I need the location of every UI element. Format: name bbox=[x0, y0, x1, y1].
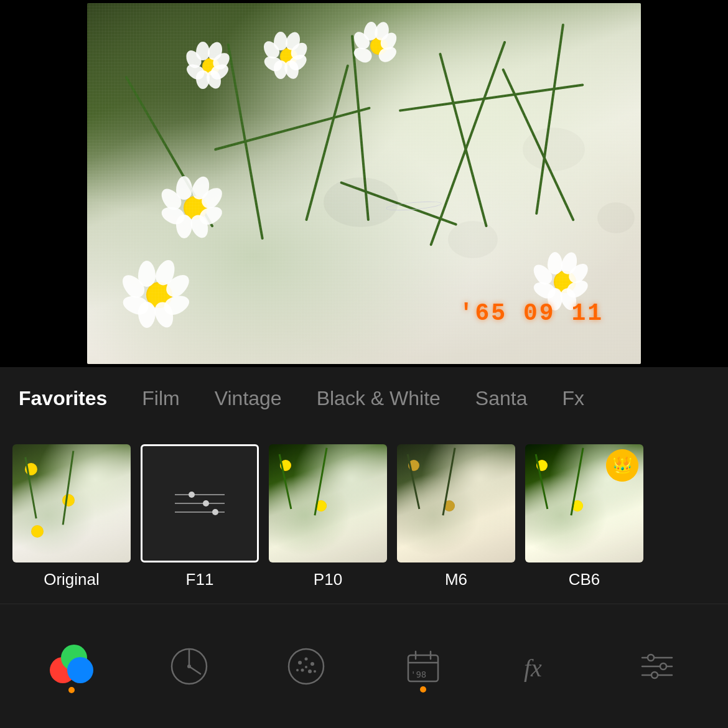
category-tabs: Favorites Film Vintage Black & White San… bbox=[0, 367, 728, 429]
color-icon bbox=[50, 645, 93, 688]
svg-point-1 bbox=[187, 665, 191, 668]
preset-m6-label: M6 bbox=[445, 570, 467, 589]
slider-line-2 bbox=[175, 503, 225, 504]
svg-point-3 bbox=[298, 661, 302, 665]
tab-film[interactable]: Film bbox=[124, 381, 197, 416]
svg-point-5 bbox=[310, 662, 314, 666]
tab-vintage[interactable]: Vintage bbox=[197, 381, 299, 416]
slider-line-1 bbox=[175, 494, 225, 495]
preset-thumb-p10 bbox=[269, 444, 387, 562]
preset-original-label: Original bbox=[44, 570, 100, 589]
photo-timestamp: '65 09 11 bbox=[459, 300, 604, 327]
preset-original[interactable]: Original bbox=[12, 444, 131, 589]
hsl-icon bbox=[168, 645, 210, 688]
tab-black-white[interactable]: Black & White bbox=[299, 381, 458, 416]
presets-section: Original F11 bbox=[0, 429, 728, 604]
svg-point-4 bbox=[305, 657, 308, 660]
preset-cb6-label: CB6 bbox=[569, 570, 600, 589]
preset-m6[interactable]: M6 bbox=[397, 444, 515, 589]
svg-point-7 bbox=[308, 670, 312, 673]
tab-fx[interactable]: Fx bbox=[544, 381, 602, 416]
photo-container: '65 09 11 bbox=[87, 3, 641, 364]
sliders-icon bbox=[162, 482, 237, 525]
tool-fx[interactable]: fx bbox=[506, 639, 574, 694]
preset-thumb-f11 bbox=[141, 444, 259, 562]
preset-f11-label: F11 bbox=[186, 570, 214, 589]
color-tool-dot bbox=[68, 687, 75, 693]
bottom-toolbar: '98 fx bbox=[0, 604, 728, 728]
preset-cb6[interactable]: 👑 CB6 bbox=[525, 444, 643, 589]
grain-icon bbox=[285, 645, 327, 688]
svg-point-21 bbox=[660, 663, 666, 670]
svg-point-20 bbox=[648, 655, 654, 661]
tab-santa[interactable]: Santa bbox=[458, 381, 545, 416]
blue-circle bbox=[67, 657, 93, 683]
svg-point-8 bbox=[305, 666, 307, 668]
tool-hsl[interactable] bbox=[156, 639, 223, 694]
slider-line-3 bbox=[175, 511, 225, 513]
adjustments-icon bbox=[636, 645, 678, 688]
crown-icon: 👑 bbox=[612, 455, 632, 475]
svg-point-10 bbox=[314, 670, 316, 673]
tool-date[interactable]: '98 bbox=[390, 639, 457, 694]
svg-point-9 bbox=[296, 669, 299, 671]
photo-area: '65 09 11 bbox=[0, 0, 728, 367]
preset-p10-label: P10 bbox=[314, 570, 342, 589]
tab-favorites[interactable]: Favorites bbox=[19, 381, 124, 416]
tool-color[interactable] bbox=[37, 638, 106, 694]
svg-text:fx: fx bbox=[524, 654, 542, 682]
preset-f11[interactable]: F11 bbox=[141, 444, 259, 589]
preset-thumb-cb6: 👑 bbox=[525, 444, 643, 562]
tool-adjustments[interactable] bbox=[623, 639, 691, 694]
date-icon: '98 bbox=[402, 645, 444, 688]
preset-p10[interactable]: P10 bbox=[269, 444, 387, 589]
svg-point-22 bbox=[651, 672, 658, 678]
fx-icon: fx bbox=[519, 645, 561, 688]
preset-thumb-original bbox=[12, 444, 131, 562]
crown-badge: 👑 bbox=[606, 449, 638, 482]
svg-text:'98: '98 bbox=[411, 670, 426, 679]
tool-grain[interactable] bbox=[273, 639, 340, 694]
svg-point-6 bbox=[301, 668, 304, 671]
preset-thumb-m6 bbox=[397, 444, 515, 562]
date-tool-dot bbox=[420, 686, 426, 693]
